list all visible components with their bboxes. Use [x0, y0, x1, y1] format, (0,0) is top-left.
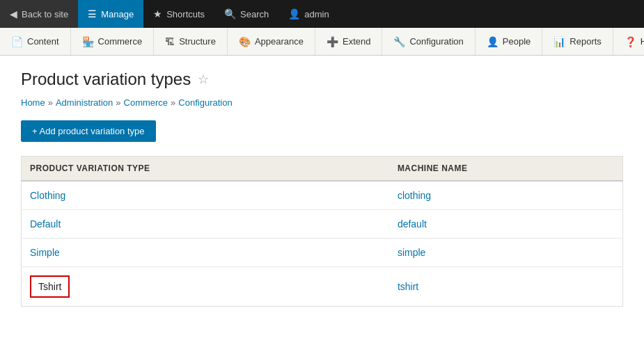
structure-icon: 🏗: [165, 36, 175, 47]
breadcrumb-commerce[interactable]: Commerce: [124, 97, 168, 108]
star-icon: ★: [153, 8, 162, 19]
back-to-site-link[interactable]: ◀ Back to site: [0, 0, 78, 28]
variation-type-name: Default: [22, 210, 389, 239]
bookmark-icon[interactable]: ☆: [198, 72, 209, 87]
col-header-machine-name: MACHINE NAME: [389, 157, 623, 182]
nav-help[interactable]: ❓ Help: [613, 28, 644, 55]
page-title: Product variation types ☆: [21, 70, 623, 89]
main-content: Product variation types ☆ Home » Adminis…: [0, 56, 644, 321]
menu-icon: ☰: [88, 8, 97, 19]
nav-appearance[interactable]: 🎨 Appearance: [228, 28, 315, 55]
appearance-icon: 🎨: [239, 36, 251, 47]
breadcrumb-home[interactable]: Home: [21, 97, 45, 108]
nav-people[interactable]: 👤 People: [476, 28, 542, 55]
content-icon: 📄: [11, 36, 23, 47]
configuration-icon: 🔧: [393, 36, 405, 47]
table-row: Clothingclothing: [22, 181, 623, 210]
breadcrumb-administration[interactable]: Administration: [56, 97, 113, 108]
secondary-nav: 📄 Content 🏪 Commerce 🏗 Structure 🎨 Appea…: [0, 28, 644, 56]
machine-name-value: default: [389, 210, 623, 239]
machine-name-value: tshirt: [389, 267, 623, 307]
people-icon: 👤: [487, 36, 498, 47]
admin-bar: ◀ Back to site ☰ Manage ★ Shortcuts 🔍 Se…: [0, 0, 644, 28]
highlighted-name: Tshirt: [30, 275, 70, 298]
admin-user-button[interactable]: 👤 admin: [278, 0, 338, 28]
table-row: Defaultdefault: [22, 210, 623, 239]
nav-configuration[interactable]: 🔧 Configuration: [382, 28, 475, 55]
search-button[interactable]: 🔍 Search: [214, 0, 278, 28]
help-icon: ❓: [625, 36, 636, 47]
table-row: Tshirttshirt: [22, 267, 623, 307]
breadcrumb: Home » Administration » Commerce » Confi…: [21, 97, 623, 108]
nav-content[interactable]: 📄 Content: [0, 28, 71, 55]
machine-name-value: simple: [389, 239, 623, 267]
nav-structure[interactable]: 🏗 Structure: [154, 28, 228, 55]
variation-type-name: Clothing: [22, 181, 389, 210]
col-header-product-variation-type: PRODUCT VARIATION TYPE: [22, 157, 389, 182]
back-icon: ◀: [10, 8, 17, 19]
shortcuts-button[interactable]: ★ Shortcuts: [143, 0, 214, 28]
variation-type-name: Tshirt: [22, 267, 389, 307]
extend-icon: ➕: [327, 36, 338, 47]
user-icon: 👤: [288, 8, 300, 19]
commerce-icon: 🏪: [82, 36, 94, 47]
add-product-variation-type-button[interactable]: + Add product variation type: [21, 120, 156, 142]
nav-reports[interactable]: 📊 Reports: [542, 28, 613, 55]
manage-button[interactable]: ☰ Manage: [78, 0, 143, 28]
reports-icon: 📊: [553, 36, 565, 47]
table-row: Simplesimple: [22, 239, 623, 267]
machine-name-value: clothing: [389, 181, 623, 210]
product-variation-types-table: PRODUCT VARIATION TYPE MACHINE NAME Clot…: [21, 156, 623, 307]
nav-commerce[interactable]: 🏪 Commerce: [71, 28, 155, 55]
search-icon: 🔍: [224, 8, 236, 19]
nav-extend[interactable]: ➕ Extend: [315, 28, 382, 55]
breadcrumb-configuration[interactable]: Configuration: [178, 97, 232, 108]
variation-type-name: Simple: [22, 239, 389, 267]
